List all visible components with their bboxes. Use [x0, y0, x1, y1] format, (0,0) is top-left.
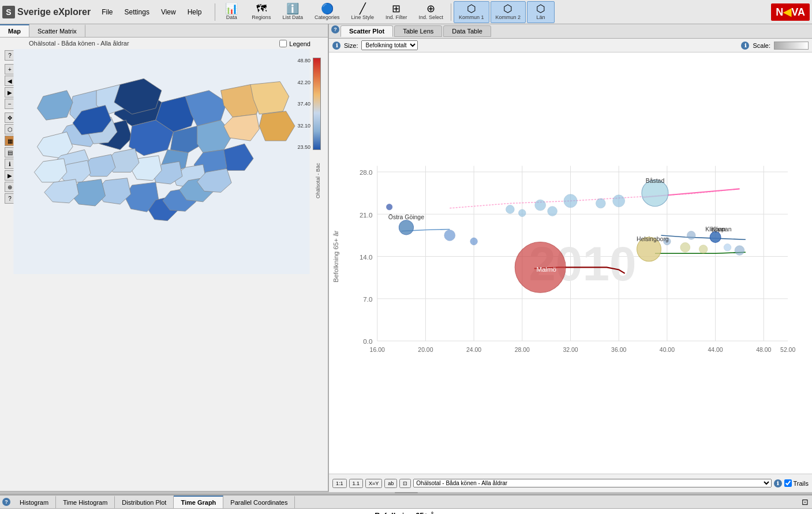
svg-text:Båstad: Båstad [646, 178, 665, 184]
tool-kommun2[interactable]: ⬡ Kommun 2 [491, 1, 526, 23]
svg-text:48.00: 48.00 [756, 347, 771, 353]
svg-text:40.00: 40.00 [660, 347, 675, 353]
svg-point-92 [680, 242, 690, 252]
svg-text:Helsingborg: Helsingborg [637, 236, 669, 242]
tool-data[interactable]: 📊 Data [218, 1, 245, 23]
tab-distribution-plot[interactable]: Distribution Plot [115, 496, 174, 508]
scale-val-2: 42.20 [297, 80, 310, 85]
svg-text:36.00: 36.00 [611, 347, 626, 353]
svg-point-81 [506, 205, 515, 214]
legend-checkbox[interactable]: Legend [279, 40, 310, 47]
left-tabs: Map Scatter Matrix [0, 24, 328, 37]
btn-scale[interactable]: 1.1 [349, 479, 364, 488]
tab-time-graph[interactable]: Time Graph [174, 496, 223, 508]
svg-text:20.00: 20.00 [418, 347, 433, 353]
menu-help[interactable]: Help [182, 6, 207, 18]
trails-checkbox[interactable] [784, 479, 792, 487]
tab-time-histogram[interactable]: Time Histogram [56, 496, 115, 508]
menu-settings[interactable]: Settings [119, 6, 155, 18]
svg-text:28.00: 28.00 [515, 347, 530, 353]
toolbar: S Sverige eXplorer File Settings View He… [0, 0, 812, 24]
svg-point-95 [386, 204, 392, 210]
nova-logo: N◀VA [771, 3, 810, 21]
btn-1to1[interactable]: 1:1 [332, 479, 347, 488]
btn-ab[interactable]: ab [384, 479, 397, 488]
right-panel: ? Scatter Plot Table Lens Data Table ℹ S… [329, 24, 812, 491]
svg-point-94 [735, 246, 744, 256]
tool-kommun1[interactable]: ⬡ Kommun 1 [454, 1, 489, 23]
scale-label: Scale: [753, 42, 770, 49]
scatter-controls: ℹ Size: Befolkning totalt ℹ Scale: [329, 39, 812, 52]
svg-point-93 [699, 245, 708, 254]
tool-indfilter[interactable]: ⊞ Ind. Filter [380, 1, 413, 23]
svg-text:21.0: 21.0 [360, 212, 372, 219]
tool-lan[interactable]: ⬡ Län [527, 1, 555, 23]
svg-text:52.00: 52.00 [780, 347, 795, 353]
menu-view[interactable]: View [156, 6, 181, 18]
svg-text:28.0: 28.0 [360, 169, 372, 176]
svg-text:Klippan: Klippan [705, 226, 725, 232]
svg-point-86 [519, 209, 526, 217]
legend-label: Legend [289, 40, 310, 47]
btn-xy[interactable]: X=Y [365, 479, 382, 488]
tab-map[interactable]: Map [0, 24, 29, 37]
bottom-info-icon[interactable]: ? [2, 498, 10, 506]
tool-regions[interactable]: 🗺 Regions [246, 1, 276, 23]
svg-text:0.0: 0.0 [363, 338, 372, 345]
scale-val-3: 37.40 [297, 101, 310, 107]
tab-scatter-matrix[interactable]: Scatter Matrix [29, 24, 85, 37]
svg-point-74 [399, 220, 413, 235]
tool-indselect[interactable]: ⊕ Ind. Select [414, 1, 449, 23]
bottom-panel: ? Histogram Time Histogram Distribution … [0, 494, 812, 514]
scale-slider[interactable] [774, 42, 809, 50]
tab-data-table[interactable]: Data Table [443, 25, 491, 37]
svg-point-90 [687, 231, 695, 240]
scale-val-4: 32.10 [297, 123, 310, 129]
menu-bar: File Settings View Help [96, 6, 207, 18]
app-logo-icon: S [2, 6, 15, 18]
separator-1 [215, 3, 215, 21]
svg-text:16.00: 16.00 [370, 347, 385, 353]
map-area: Ohälsotal - Båda könen - Alla åldrar Leg… [0, 37, 328, 491]
svg-point-96 [724, 244, 731, 252]
app-title: Sverige eXplorer [17, 7, 91, 17]
scale-val-1: 48.80 [297, 58, 310, 63]
axis-x-select[interactable]: Ohälsotal - Båda könen - Alla åldrar [413, 479, 771, 487]
svg-point-84 [596, 198, 605, 208]
right-tabs: ? Scatter Plot Table Lens Data Table [329, 24, 812, 39]
tab-histogram[interactable]: Histogram [13, 496, 56, 508]
expand-btn[interactable]: ⊡ [798, 496, 812, 508]
svg-text:14.0: 14.0 [360, 254, 372, 261]
scatter-plot-container: 28.0 21.0 14.0 7.0 0.0 16.00 20.00 24.00… [329, 52, 812, 491]
svg-point-87 [548, 207, 557, 216]
scale-axis-label: Ohälsotal - Bäc [315, 152, 321, 198]
scale-info-icon[interactable]: ℹ [741, 42, 749, 50]
tab-scatter-plot[interactable]: Scatter Plot [340, 25, 393, 37]
time-graph-content: Befolkning 65+ år 28 24 20 16 Båstad Kli… [0, 509, 812, 514]
svg-text:Östra Göinge: Östra Göinge [388, 214, 424, 220]
svg-point-89 [470, 238, 478, 245]
svg-text:Malmö: Malmö [536, 266, 556, 273]
svg-point-79 [710, 232, 721, 243]
map-title: Ohälsotal - Båda könen - Alla åldrar [29, 40, 129, 47]
right-info-icon[interactable]: ? [331, 25, 339, 33]
svg-point-85 [613, 195, 625, 207]
time-graph-title: Befolkning 65+ år [0, 509, 812, 514]
tool-linestyle[interactable]: ╱ Line Style [346, 1, 379, 23]
scatter-svg: 28.0 21.0 14.0 7.0 0.0 16.00 20.00 24.00… [329, 52, 812, 472]
svg-text:Befolkning 65+ år: Befolkning 65+ år [332, 230, 339, 282]
bottom-tabs: ? Histogram Time Histogram Distribution … [0, 496, 812, 509]
tool-categories[interactable]: 🔵 Categories [309, 1, 345, 23]
menu-file[interactable]: File [96, 6, 118, 18]
scatter-bottom-controls: 1:1 1.1 X=Y ab ⊡ Ohälsotal - Båda könen … [329, 474, 812, 492]
legend-check[interactable] [279, 40, 287, 47]
axis-info-icon[interactable]: ℹ [774, 479, 782, 487]
separator-2 [451, 3, 451, 21]
size-select[interactable]: Befolkning totalt [361, 40, 418, 50]
btn-grid[interactable]: ⊡ [399, 479, 411, 488]
map-svg: .region { stroke: #888; stroke-width: 0.… [6, 49, 317, 274]
tab-parallel-coordinates[interactable]: Parallel Coordinates [223, 496, 295, 508]
tab-table-lens[interactable]: Table Lens [394, 25, 442, 37]
size-info-icon[interactable]: ℹ [332, 42, 340, 50]
tool-listdata[interactable]: ℹ️ List Data [277, 1, 308, 23]
